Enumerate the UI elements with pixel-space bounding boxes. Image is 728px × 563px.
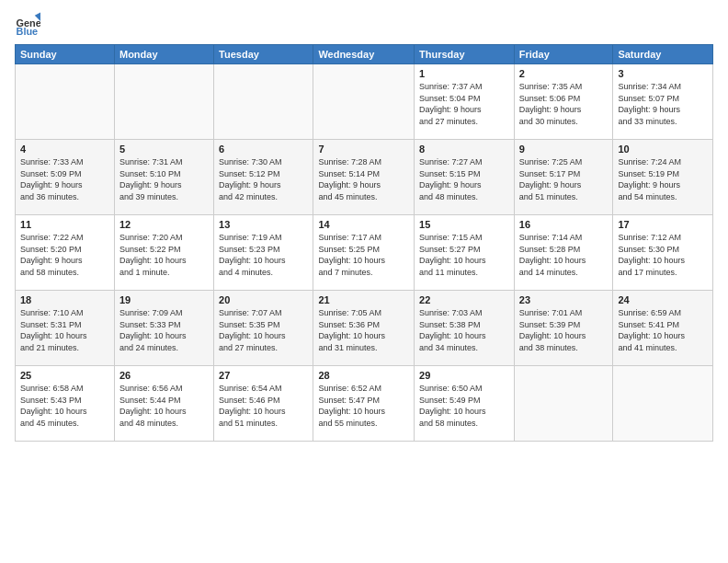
day-number: 26	[119, 370, 209, 381]
day-number: 6	[219, 144, 308, 155]
day-number: 25	[20, 370, 109, 381]
day-number: 28	[318, 370, 409, 381]
day-number: 7	[318, 144, 409, 155]
calendar-cell: 24Sunrise: 6:59 AM Sunset: 5:41 PM Dayli…	[613, 291, 713, 366]
calendar-cell: 18Sunrise: 7:10 AM Sunset: 5:31 PM Dayli…	[16, 291, 115, 366]
day-info: Sunrise: 7:30 AM Sunset: 5:12 PM Dayligh…	[219, 156, 308, 202]
calendar-table: SundayMondayTuesdayWednesdayThursdayFrid…	[15, 44, 713, 442]
day-number: 2	[519, 68, 609, 79]
calendar-cell: 6Sunrise: 7:30 AM Sunset: 5:12 PM Daylig…	[214, 140, 313, 215]
calendar-cell: 9Sunrise: 7:25 AM Sunset: 5:17 PM Daylig…	[514, 140, 613, 215]
weekday-header-row: SundayMondayTuesdayWednesdayThursdayFrid…	[16, 45, 713, 64]
day-number: 21	[318, 294, 409, 305]
calendar-cell: 17Sunrise: 7:12 AM Sunset: 5:30 PM Dayli…	[613, 215, 713, 291]
calendar-cell	[214, 64, 313, 140]
weekday-header-saturday: Saturday	[613, 45, 713, 64]
day-number: 20	[219, 294, 308, 305]
day-info: Sunrise: 6:59 AM Sunset: 5:41 PM Dayligh…	[618, 307, 708, 353]
calendar-cell	[613, 366, 713, 442]
day-number: 17	[618, 219, 708, 230]
calendar-page: General Blue SundayMondayTuesdayWednesda…	[0, 0, 728, 563]
calendar-cell: 14Sunrise: 7:17 AM Sunset: 5:25 PM Dayli…	[313, 215, 415, 291]
calendar-cell: 11Sunrise: 7:22 AM Sunset: 5:20 PM Dayli…	[16, 215, 115, 291]
calendar-cell: 7Sunrise: 7:28 AM Sunset: 5:14 PM Daylig…	[313, 140, 415, 215]
day-info: Sunrise: 7:20 AM Sunset: 5:22 PM Dayligh…	[119, 232, 209, 278]
day-number: 13	[219, 219, 308, 230]
day-info: Sunrise: 6:50 AM Sunset: 5:49 PM Dayligh…	[419, 383, 509, 429]
calendar-cell	[114, 64, 213, 140]
day-info: Sunrise: 7:09 AM Sunset: 5:33 PM Dayligh…	[119, 307, 209, 353]
calendar-cell: 20Sunrise: 7:07 AM Sunset: 5:35 PM Dayli…	[214, 291, 313, 366]
day-info: Sunrise: 7:37 AM Sunset: 5:04 PM Dayligh…	[419, 81, 509, 127]
day-info: Sunrise: 7:25 AM Sunset: 5:17 PM Dayligh…	[519, 156, 609, 202]
day-info: Sunrise: 7:05 AM Sunset: 5:36 PM Dayligh…	[318, 307, 409, 353]
day-info: Sunrise: 7:27 AM Sunset: 5:15 PM Dayligh…	[419, 156, 509, 202]
calendar-cell	[514, 366, 613, 442]
weekday-header-wednesday: Wednesday	[313, 45, 415, 64]
day-info: Sunrise: 7:33 AM Sunset: 5:09 PM Dayligh…	[20, 156, 109, 202]
calendar-week-row: 25Sunrise: 6:58 AM Sunset: 5:43 PM Dayli…	[16, 366, 713, 442]
weekday-header-friday: Friday	[514, 45, 613, 64]
header: General Blue	[15, 11, 713, 37]
day-info: Sunrise: 7:28 AM Sunset: 5:14 PM Dayligh…	[318, 156, 409, 202]
calendar-cell: 13Sunrise: 7:19 AM Sunset: 5:23 PM Dayli…	[214, 215, 313, 291]
day-info: Sunrise: 7:19 AM Sunset: 5:23 PM Dayligh…	[219, 232, 308, 278]
day-info: Sunrise: 7:35 AM Sunset: 5:06 PM Dayligh…	[519, 81, 609, 127]
logo: General Blue	[15, 11, 40, 37]
calendar-cell: 25Sunrise: 6:58 AM Sunset: 5:43 PM Dayli…	[16, 366, 115, 442]
day-number: 10	[618, 144, 708, 155]
calendar-cell: 21Sunrise: 7:05 AM Sunset: 5:36 PM Dayli…	[313, 291, 415, 366]
day-info: Sunrise: 7:15 AM Sunset: 5:27 PM Dayligh…	[419, 232, 509, 278]
calendar-cell: 23Sunrise: 7:01 AM Sunset: 5:39 PM Dayli…	[514, 291, 613, 366]
day-number: 16	[519, 219, 609, 230]
day-number: 22	[419, 294, 509, 305]
day-info: Sunrise: 7:10 AM Sunset: 5:31 PM Dayligh…	[20, 307, 109, 353]
day-info: Sunrise: 7:12 AM Sunset: 5:30 PM Dayligh…	[618, 232, 708, 278]
day-number: 8	[419, 144, 509, 155]
calendar-week-row: 1Sunrise: 7:37 AM Sunset: 5:04 PM Daylig…	[16, 64, 713, 140]
calendar-cell: 1Sunrise: 7:37 AM Sunset: 5:04 PM Daylig…	[415, 64, 515, 140]
calendar-week-row: 18Sunrise: 7:10 AM Sunset: 5:31 PM Dayli…	[16, 291, 713, 366]
calendar-cell: 10Sunrise: 7:24 AM Sunset: 5:19 PM Dayli…	[613, 140, 713, 215]
calendar-cell: 16Sunrise: 7:14 AM Sunset: 5:28 PM Dayli…	[514, 215, 613, 291]
calendar-cell: 5Sunrise: 7:31 AM Sunset: 5:10 PM Daylig…	[114, 140, 213, 215]
day-number: 5	[119, 144, 209, 155]
calendar-cell	[16, 64, 115, 140]
day-info: Sunrise: 7:14 AM Sunset: 5:28 PM Dayligh…	[519, 232, 609, 278]
calendar-week-row: 4Sunrise: 7:33 AM Sunset: 5:09 PM Daylig…	[16, 140, 713, 215]
calendar-cell: 19Sunrise: 7:09 AM Sunset: 5:33 PM Dayli…	[114, 291, 213, 366]
day-number: 12	[119, 219, 209, 230]
calendar-cell: 27Sunrise: 6:54 AM Sunset: 5:46 PM Dayli…	[214, 366, 313, 442]
calendar-cell: 8Sunrise: 7:27 AM Sunset: 5:15 PM Daylig…	[415, 140, 515, 215]
day-number: 18	[20, 294, 109, 305]
day-info: Sunrise: 7:34 AM Sunset: 5:07 PM Dayligh…	[618, 81, 708, 127]
calendar-cell: 12Sunrise: 7:20 AM Sunset: 5:22 PM Dayli…	[114, 215, 213, 291]
day-info: Sunrise: 6:52 AM Sunset: 5:47 PM Dayligh…	[318, 383, 409, 429]
day-number: 29	[419, 370, 509, 381]
calendar-cell	[313, 64, 415, 140]
day-number: 11	[20, 219, 109, 230]
day-info: Sunrise: 7:24 AM Sunset: 5:19 PM Dayligh…	[618, 156, 708, 202]
day-number: 1	[419, 68, 509, 79]
day-number: 19	[119, 294, 209, 305]
calendar-cell: 26Sunrise: 6:56 AM Sunset: 5:44 PM Dayli…	[114, 366, 213, 442]
weekday-header-thursday: Thursday	[415, 45, 515, 64]
calendar-cell: 3Sunrise: 7:34 AM Sunset: 5:07 PM Daylig…	[613, 64, 713, 140]
day-info: Sunrise: 6:56 AM Sunset: 5:44 PM Dayligh…	[119, 383, 209, 429]
svg-text:Blue: Blue	[17, 26, 39, 37]
day-number: 23	[519, 294, 609, 305]
calendar-cell: 15Sunrise: 7:15 AM Sunset: 5:27 PM Dayli…	[415, 215, 515, 291]
day-info: Sunrise: 7:22 AM Sunset: 5:20 PM Dayligh…	[20, 232, 109, 278]
day-info: Sunrise: 6:54 AM Sunset: 5:46 PM Dayligh…	[219, 383, 308, 429]
calendar-cell: 4Sunrise: 7:33 AM Sunset: 5:09 PM Daylig…	[16, 140, 115, 215]
day-info: Sunrise: 7:01 AM Sunset: 5:39 PM Dayligh…	[519, 307, 609, 353]
weekday-header-monday: Monday	[114, 45, 213, 64]
day-number: 4	[20, 144, 109, 155]
day-number: 27	[219, 370, 308, 381]
calendar-week-row: 11Sunrise: 7:22 AM Sunset: 5:20 PM Dayli…	[16, 215, 713, 291]
day-info: Sunrise: 7:07 AM Sunset: 5:35 PM Dayligh…	[219, 307, 308, 353]
day-info: Sunrise: 6:58 AM Sunset: 5:43 PM Dayligh…	[20, 383, 109, 429]
day-number: 9	[519, 144, 609, 155]
calendar-cell: 2Sunrise: 7:35 AM Sunset: 5:06 PM Daylig…	[514, 64, 613, 140]
calendar-cell: 29Sunrise: 6:50 AM Sunset: 5:49 PM Dayli…	[415, 366, 515, 442]
